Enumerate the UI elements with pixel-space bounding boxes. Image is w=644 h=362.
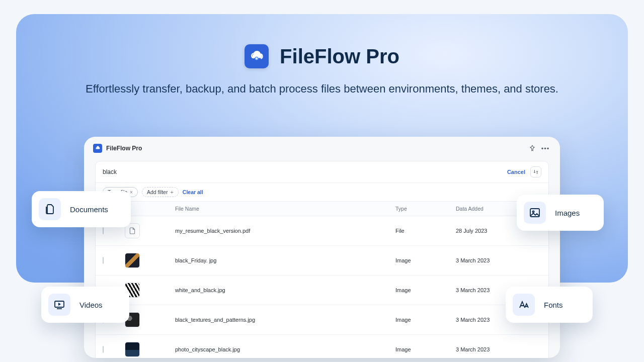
file-name-cell: my_resume_black_version.pdf xyxy=(175,228,395,234)
row-checkbox[interactable] xyxy=(103,257,104,264)
file-date-cell: 3 March 2023 xyxy=(456,257,541,263)
category-card-images[interactable]: Images xyxy=(517,195,604,231)
category-label: Images xyxy=(555,209,580,217)
clear-all-button[interactable]: Clear all xyxy=(183,189,203,195)
category-card-videos[interactable]: Videos xyxy=(41,287,129,323)
table-row[interactable]: black_textures_and_patterns.jpg Image 3 … xyxy=(96,305,548,335)
file-date-cell: 3 March 2023 xyxy=(456,346,541,352)
brand-row: FileFlow Pro xyxy=(245,44,399,68)
row-checkbox[interactable] xyxy=(103,227,104,234)
table-row[interactable]: black_Friday. jpg Image 3 March 2023 xyxy=(96,246,548,276)
file-name-cell: black_Friday. jpg xyxy=(175,257,395,263)
pin-icon[interactable] xyxy=(529,145,536,152)
category-label: Fonts xyxy=(544,301,563,309)
image-thumbnail xyxy=(125,342,140,357)
files-panel: black Cancel Type file × Add filter + xyxy=(95,161,549,358)
col-type[interactable]: Type xyxy=(395,206,456,212)
file-name-cell: photo_cityscape_black.jpg xyxy=(175,346,395,352)
table-row[interactable]: photo_cityscape_black.jpg Image 3 March … xyxy=(96,335,548,358)
file-type-cell: Image xyxy=(395,287,456,293)
cancel-button[interactable]: Cancel xyxy=(507,169,525,175)
search-input[interactable]: black xyxy=(103,168,117,175)
app-toolbar: FileFlow Pro ••• xyxy=(84,137,560,158)
add-filter-button[interactable]: Add filter + xyxy=(142,187,179,197)
more-icon[interactable]: ••• xyxy=(542,145,549,152)
category-label: Videos xyxy=(79,301,103,309)
file-type-cell: Image xyxy=(395,317,456,323)
hero-subtitle: Effortlessly transfer, backup, and batch… xyxy=(16,80,628,98)
documents-icon xyxy=(39,198,61,220)
row-checkbox[interactable] xyxy=(103,346,104,353)
app-logo-icon xyxy=(93,144,102,153)
add-filter-label: Add filter xyxy=(147,189,168,195)
svg-rect-2 xyxy=(530,209,539,217)
brand-title: FileFlow Pro xyxy=(280,45,399,68)
category-card-fonts[interactable]: Fonts xyxy=(506,287,593,323)
file-name-cell: black_textures_and_patterns.jpg xyxy=(175,317,395,323)
plus-icon: + xyxy=(170,189,173,195)
file-type-cell: Image xyxy=(395,346,456,352)
table-row[interactable]: white_and_black.jpg Image 3 March 2023 xyxy=(96,276,548,305)
image-thumbnail xyxy=(125,253,140,268)
file-type-cell: File xyxy=(395,228,456,234)
app-title: FileFlow Pro xyxy=(106,145,142,152)
fonts-icon xyxy=(513,294,535,316)
brand-logo-icon xyxy=(245,44,269,68)
images-icon xyxy=(524,202,546,224)
col-file-name[interactable]: File Name xyxy=(175,206,395,212)
svg-point-3 xyxy=(532,211,534,212)
app-window: FileFlow Pro ••• black Cancel xyxy=(84,137,560,358)
table-header: File Name Type Data Added xyxy=(96,202,548,216)
category-card-documents[interactable]: Documents xyxy=(32,191,131,227)
category-label: Documents xyxy=(70,205,108,214)
videos-icon xyxy=(48,294,70,316)
table-row[interactable]: my_resume_black_version.pdf File 28 July… xyxy=(96,216,548,246)
file-type-cell: Image xyxy=(395,257,456,263)
file-name-cell: white_and_black.jpg xyxy=(175,287,395,293)
chip-remove-icon[interactable]: × xyxy=(130,190,133,195)
sort-button[interactable] xyxy=(530,166,541,177)
